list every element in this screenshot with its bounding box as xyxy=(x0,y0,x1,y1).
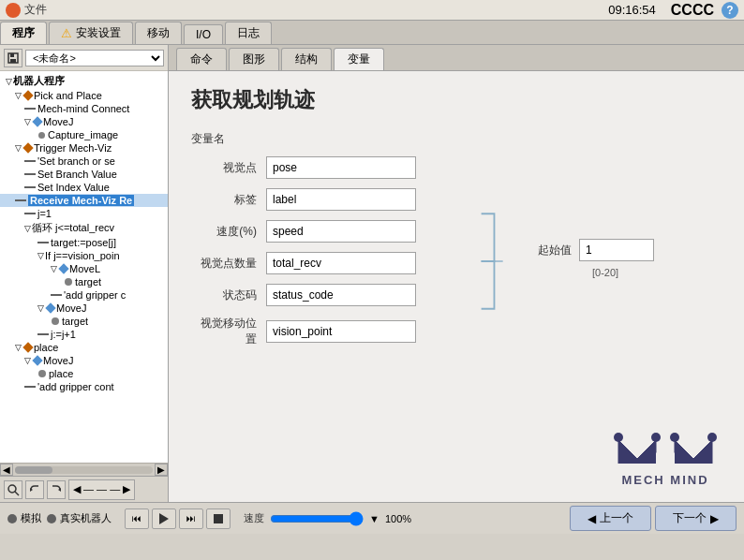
bottom-bar: 模拟 真实机器人 ⏮ ⏭ 速度 ▼ 100% ◀ 上一个 下一个 ▶ xyxy=(0,502,744,534)
left-toolbar: <未命名> xyxy=(0,45,168,71)
list-item[interactable]: Mech-mind Connect xyxy=(0,102,168,115)
right-content: 获取规划轨迹 变量名 视觉点 标签 速度(%) xyxy=(169,71,744,502)
save-button[interactable] xyxy=(4,49,22,67)
help-button[interactable]: ? xyxy=(722,2,738,19)
next-button[interactable]: 下一个 ▶ xyxy=(655,506,737,531)
input-total[interactable] xyxy=(266,252,416,274)
start-value-label: 起始值 xyxy=(538,243,572,258)
app-icon: R xyxy=(6,3,21,18)
list-item[interactable]: Set Index Value xyxy=(0,181,168,194)
left-hscroll[interactable]: ◀ ▶ xyxy=(0,463,168,476)
input-pose[interactable] xyxy=(266,156,416,179)
scroll-right-btn[interactable]: ▶ xyxy=(155,464,168,476)
program-tree[interactable]: ▽ 机器人程序 ▽ Pick and Place Mech-mind Conne… xyxy=(0,71,168,463)
form-section: 视觉点 标签 速度(%) 视觉点数量 xyxy=(191,156,722,357)
form-row-speed: 速度(%) xyxy=(191,220,416,243)
form-row-label: 标签 xyxy=(191,188,416,211)
form-row-vision: 视觉移动位置 xyxy=(191,316,416,347)
left-bottom-toolbar: ◀ — — — ▶ xyxy=(0,476,168,502)
tab-shape[interactable]: 图形 xyxy=(229,48,279,70)
tab-log[interactable]: 日志 xyxy=(225,22,272,44)
stop-icon xyxy=(214,514,223,523)
undo-button[interactable] xyxy=(25,480,44,499)
list-item[interactable]: ▽ place xyxy=(0,341,168,354)
list-item[interactable]: ▽ If j==vision_poin xyxy=(0,249,168,262)
stop-button[interactable] xyxy=(206,508,231,529)
hscroll-thumb[interactable] xyxy=(15,466,52,474)
prev-arrow-icon: ◀ xyxy=(588,512,596,525)
diamond-icon xyxy=(45,302,55,313)
minus-icon xyxy=(24,173,36,175)
range-hint: [0-20] xyxy=(592,267,618,278)
input-label[interactable] xyxy=(266,188,416,211)
form-row-status: 状态码 xyxy=(191,284,416,306)
nav-buttons: ◀ 上一个 下一个 ▶ xyxy=(570,506,737,531)
list-item[interactable]: ▽ MoveJ xyxy=(0,354,168,367)
prev-button[interactable]: ◀ 上一个 xyxy=(570,506,651,531)
list-item[interactable]: ▽ MoveJ xyxy=(0,115,168,128)
warn-icon: ⚠ xyxy=(61,26,72,40)
window-title: 文件 xyxy=(24,2,608,18)
minus-icon xyxy=(37,242,49,243)
minus-icon xyxy=(24,186,36,188)
circle-icon xyxy=(65,278,72,286)
label-pose: 视觉点 xyxy=(191,160,257,176)
page-title: 获取规划轨迹 xyxy=(191,86,722,114)
diamond-icon xyxy=(32,116,42,126)
tab-structure[interactable]: 结构 xyxy=(281,48,332,70)
list-item[interactable]: Receive Mech-Viz Re xyxy=(0,194,168,207)
list-item[interactable]: ▽ MoveJ xyxy=(0,302,168,315)
connector-svg xyxy=(444,205,510,317)
tab-command[interactable]: 命令 xyxy=(176,48,227,70)
input-speed[interactable] xyxy=(266,220,416,243)
speed-slider[interactable] xyxy=(270,511,364,526)
input-vision[interactable] xyxy=(266,320,416,343)
tab-io[interactable]: I/O xyxy=(184,24,223,44)
tab-move[interactable]: 移动 xyxy=(135,22,182,44)
nav-arrows[interactable]: ◀ — — — ▶ xyxy=(68,479,135,500)
zoom-icon[interactable] xyxy=(4,480,22,499)
list-item[interactable]: 'Set branch or se xyxy=(0,155,168,168)
list-item[interactable]: target:=pose[j] xyxy=(0,236,168,249)
list-item[interactable]: Set Branch Value xyxy=(0,168,168,181)
hscroll-track[interactable] xyxy=(15,466,153,474)
svg-line-4 xyxy=(15,492,19,495)
svg-point-8 xyxy=(614,433,623,442)
right-form: 起始值 [0-20] xyxy=(538,166,654,357)
play-icon xyxy=(159,513,169,524)
form-row-total: 视觉点数量 xyxy=(191,252,416,274)
svg-rect-1 xyxy=(10,59,16,63)
list-item[interactable]: Capture_image xyxy=(0,128,168,141)
list-item[interactable]: 'add gripper cont xyxy=(0,380,168,393)
list-item[interactable]: 'add gripper c xyxy=(0,288,168,302)
play-button[interactable] xyxy=(152,508,176,529)
label-label: 标签 xyxy=(191,192,257,208)
label-vision: 视觉移动位置 xyxy=(191,316,257,347)
left-panel: <未命名> ▽ 机器人程序 ▽ Pick and Place Mech-m xyxy=(0,45,169,502)
input-status[interactable] xyxy=(266,284,416,306)
list-item[interactable]: target xyxy=(0,315,168,328)
list-item[interactable]: place xyxy=(0,367,168,380)
list-item[interactable]: ▽ 循环 j<=total_recv xyxy=(0,220,168,236)
list-item[interactable]: ▽ MoveL xyxy=(0,262,168,275)
tab-install[interactable]: ⚠ 安装设置 xyxy=(49,22,133,44)
next-track-button[interactable]: ⏭ xyxy=(179,508,203,529)
simulate-label: 模拟 xyxy=(21,511,41,525)
program-select[interactable]: <未命名> xyxy=(25,50,164,66)
tab-program[interactable]: 程序 xyxy=(0,22,47,44)
redo-button[interactable] xyxy=(47,480,66,499)
diamond-icon xyxy=(22,342,33,352)
scroll-left-btn[interactable]: ◀ xyxy=(0,464,13,476)
next-arrow-icon: ▶ xyxy=(710,512,719,525)
tab-variable[interactable]: 变量 xyxy=(334,48,384,70)
circle-icon xyxy=(38,132,45,139)
list-item[interactable]: ▽ Pick and Place xyxy=(0,89,168,102)
svg-point-3 xyxy=(8,485,16,493)
list-item[interactable]: ▽ Trigger Mech-Viz xyxy=(0,141,168,155)
start-value-input[interactable] xyxy=(579,239,654,261)
list-item[interactable]: j=1 xyxy=(0,207,168,220)
list-item[interactable]: target xyxy=(0,275,168,288)
circle-icon xyxy=(52,317,59,325)
list-item[interactable]: j:=j+1 xyxy=(0,328,168,341)
prev-track-button[interactable]: ⏮ xyxy=(125,508,149,529)
